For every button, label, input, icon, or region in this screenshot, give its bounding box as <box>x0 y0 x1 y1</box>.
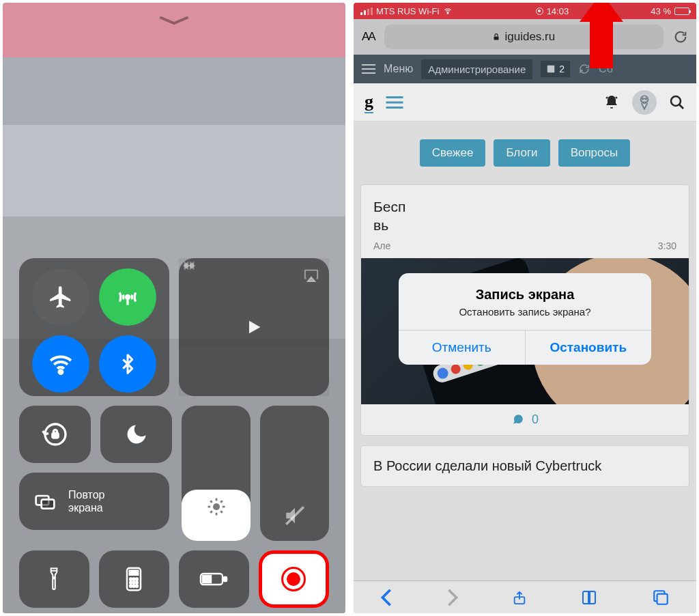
svg-rect-19 <box>130 571 139 575</box>
svg-point-21 <box>133 578 135 580</box>
svg-point-2 <box>59 370 63 374</box>
forward-icon[interactable] <box>179 258 329 396</box>
svg-line-15 <box>220 501 223 503</box>
connectivity-group[interactable] <box>19 258 169 396</box>
svg-point-26 <box>130 585 132 587</box>
mute-icon <box>260 504 329 527</box>
brightness-icon <box>206 496 227 517</box>
svg-line-12 <box>210 501 212 503</box>
volume-slider[interactable] <box>260 406 329 541</box>
recording-alert: Запись экрана Остановить запись экрана? … <box>399 273 651 365</box>
cellular-data-toggle[interactable] <box>99 268 156 326</box>
svg-point-27 <box>133 585 135 587</box>
screen-mirror-icon <box>31 490 59 512</box>
svg-line-13 <box>220 511 223 513</box>
svg-point-24 <box>133 581 135 583</box>
screen-mirror-label: Повтор экрана <box>68 488 105 514</box>
svg-point-23 <box>130 581 132 583</box>
rotation-lock-toggle[interactable] <box>19 406 91 463</box>
svg-line-14 <box>210 511 212 513</box>
chevron-down-icon[interactable] <box>158 15 190 26</box>
svg-rect-31 <box>203 576 211 583</box>
calculator-button[interactable] <box>99 550 169 608</box>
svg-point-25 <box>136 581 138 583</box>
svg-rect-30 <box>224 577 227 581</box>
svg-rect-4 <box>52 433 57 438</box>
alert-message: Остановить запись экрана? <box>410 306 640 318</box>
wifi-toggle[interactable] <box>32 335 89 393</box>
alert-cancel-button[interactable]: Отменить <box>399 331 525 365</box>
phone-control-center: Повтор экрана <box>3 3 345 613</box>
record-icon <box>281 567 306 591</box>
bluetooth-toggle[interactable] <box>99 335 156 393</box>
screen-record-button[interactable] <box>259 550 329 608</box>
brightness-slider[interactable] <box>182 406 251 541</box>
alert-title: Запись экрана <box>410 287 640 303</box>
low-power-mode-button[interactable] <box>179 550 249 608</box>
svg-point-22 <box>136 578 138 580</box>
media-controls[interactable] <box>179 258 329 396</box>
svg-rect-6 <box>42 499 55 508</box>
flashlight-button[interactable] <box>19 550 89 608</box>
airplane-mode-toggle[interactable] <box>32 268 89 326</box>
do-not-disturb-toggle[interactable] <box>100 406 172 463</box>
svg-point-17 <box>53 577 55 578</box>
svg-point-28 <box>136 585 138 587</box>
phone-safari: MTS RUS Wi-Fi 14:03 43 % AA iguides.ru М… <box>354 3 696 613</box>
svg-point-7 <box>213 503 220 510</box>
svg-point-20 <box>130 578 132 580</box>
screen-mirroring-button[interactable]: Повтор экрана <box>19 473 169 530</box>
alert-stop-button[interactable]: Остановить <box>525 331 652 365</box>
